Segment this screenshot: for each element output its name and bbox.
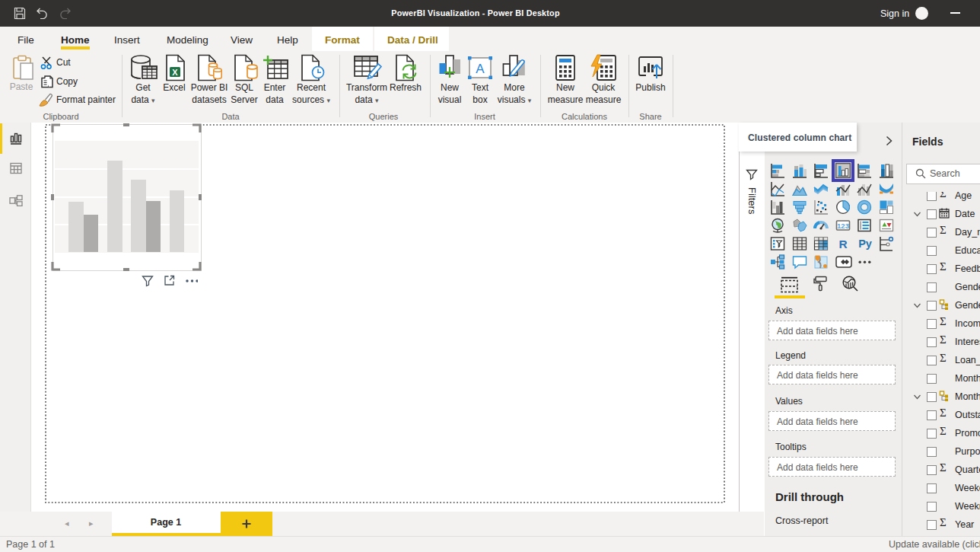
- svg-text:Py: Py: [858, 238, 872, 250]
- svg-text:123: 123: [837, 222, 849, 230]
- svg-text:X: X: [172, 68, 178, 77]
- svg-text:A: A: [476, 62, 485, 76]
- svg-text:R: R: [838, 238, 847, 250]
